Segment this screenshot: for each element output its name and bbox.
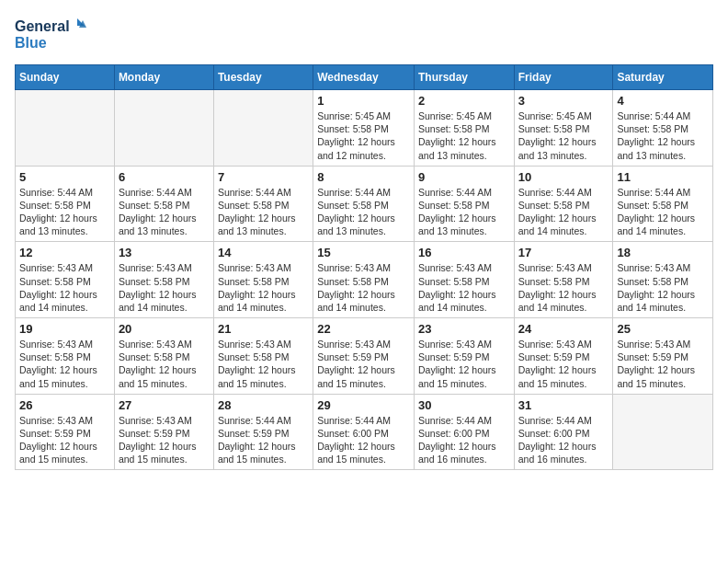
day-number: 8 [317,170,410,184]
weekday-header: Sunday [16,65,115,90]
day-number: 20 [119,322,210,336]
day-info: Sunrise: 5:43 AM Sunset: 5:58 PM Dayligh… [418,261,510,314]
calendar-cell [213,90,313,167]
day-number: 3 [518,94,609,108]
day-number: 13 [119,246,210,259]
day-info: Sunrise: 5:43 AM Sunset: 5:59 PM Dayligh… [518,338,609,390]
day-number: 27 [119,398,210,412]
weekday-header: Monday [114,65,213,90]
calendar-cell: 16Sunrise: 5:43 AM Sunset: 5:58 PM Dayli… [414,242,514,318]
day-number: 9 [418,170,510,184]
day-info: Sunrise: 5:44 AM Sunset: 5:58 PM Dayligh… [518,186,609,238]
weekday-header: Thursday [414,65,514,90]
day-info: Sunrise: 5:44 AM Sunset: 5:58 PM Dayligh… [317,186,410,238]
calendar-cell: 22Sunrise: 5:43 AM Sunset: 5:59 PM Dayli… [313,318,415,395]
weekday-header: Tuesday [213,65,313,90]
day-info: Sunrise: 5:43 AM Sunset: 5:58 PM Dayligh… [218,338,309,390]
day-number: 5 [19,170,110,184]
calendar-cell [114,90,213,167]
day-number: 28 [218,398,309,412]
weekday-header: Friday [514,65,613,90]
day-info: Sunrise: 5:43 AM Sunset: 5:59 PM Dayligh… [19,414,110,466]
calendar-cell: 3Sunrise: 5:45 AM Sunset: 5:58 PM Daylig… [514,90,613,167]
calendar-cell: 10Sunrise: 5:44 AM Sunset: 5:58 PM Dayli… [514,166,613,242]
day-number: 19 [19,322,110,336]
calendar-cell: 24Sunrise: 5:43 AM Sunset: 5:59 PM Dayli… [514,318,613,395]
day-info: Sunrise: 5:45 AM Sunset: 5:58 PM Dayligh… [418,109,510,162]
day-info: Sunrise: 5:43 AM Sunset: 5:59 PM Dayligh… [119,414,210,466]
day-number: 31 [518,398,609,412]
day-info: Sunrise: 5:44 AM Sunset: 5:58 PM Dayligh… [418,186,510,238]
calendar-cell [16,90,115,167]
calendar-cell: 19Sunrise: 5:43 AM Sunset: 5:58 PM Dayli… [16,318,115,395]
day-number: 10 [518,170,609,184]
calendar-cell: 25Sunrise: 5:43 AM Sunset: 5:59 PM Dayli… [613,318,713,395]
calendar-cell: 21Sunrise: 5:43 AM Sunset: 5:58 PM Dayli… [213,318,313,395]
weekday-header-row: SundayMondayTuesdayWednesdayThursdayFrid… [16,65,713,90]
day-info: Sunrise: 5:43 AM Sunset: 5:58 PM Dayligh… [518,261,609,314]
day-info: Sunrise: 5:43 AM Sunset: 5:58 PM Dayligh… [317,261,410,314]
calendar-cell: 5Sunrise: 5:44 AM Sunset: 5:58 PM Daylig… [16,166,115,242]
svg-text:General: General [15,18,70,34]
logo: General Blue [15,15,88,55]
day-info: Sunrise: 5:43 AM Sunset: 5:59 PM Dayligh… [317,338,410,390]
calendar-cell: 30Sunrise: 5:44 AM Sunset: 6:00 PM Dayli… [414,394,514,470]
calendar-cell [613,394,713,470]
weekday-header: Wednesday [313,65,415,90]
day-info: Sunrise: 5:43 AM Sunset: 5:59 PM Dayligh… [617,338,709,390]
day-info: Sunrise: 5:45 AM Sunset: 5:58 PM Dayligh… [518,109,609,162]
calendar-cell: 13Sunrise: 5:43 AM Sunset: 5:58 PM Dayli… [114,242,213,318]
day-number: 1 [317,94,410,108]
day-number: 11 [617,170,709,184]
day-number: 26 [19,398,110,412]
weekday-header: Saturday [613,65,713,90]
day-number: 15 [317,246,410,259]
day-number: 14 [218,246,309,259]
calendar-cell: 27Sunrise: 5:43 AM Sunset: 5:59 PM Dayli… [114,394,213,470]
day-info: Sunrise: 5:43 AM Sunset: 5:58 PM Dayligh… [19,338,110,390]
calendar-cell: 4Sunrise: 5:44 AM Sunset: 5:58 PM Daylig… [613,90,713,167]
calendar-cell: 23Sunrise: 5:43 AM Sunset: 5:59 PM Dayli… [414,318,514,395]
day-number: 21 [218,322,309,336]
calendar-cell: 26Sunrise: 5:43 AM Sunset: 5:59 PM Dayli… [16,394,115,470]
calendar-cell: 9Sunrise: 5:44 AM Sunset: 5:58 PM Daylig… [414,166,514,242]
calendar-week-row: 5Sunrise: 5:44 AM Sunset: 5:58 PM Daylig… [16,166,713,242]
calendar-cell: 7Sunrise: 5:44 AM Sunset: 5:58 PM Daylig… [213,166,313,242]
day-info: Sunrise: 5:43 AM Sunset: 5:58 PM Dayligh… [617,261,709,314]
calendar-cell: 17Sunrise: 5:43 AM Sunset: 5:58 PM Dayli… [514,242,613,318]
logo-svg: General Blue [15,15,88,55]
day-info: Sunrise: 5:45 AM Sunset: 5:58 PM Dayligh… [317,109,410,162]
day-info: Sunrise: 5:43 AM Sunset: 5:58 PM Dayligh… [119,261,210,314]
page-header: General Blue [15,15,713,55]
calendar-cell: 8Sunrise: 5:44 AM Sunset: 5:58 PM Daylig… [313,166,415,242]
day-number: 6 [119,170,210,184]
day-info: Sunrise: 5:43 AM Sunset: 5:58 PM Dayligh… [119,338,210,390]
calendar-cell: 1Sunrise: 5:45 AM Sunset: 5:58 PM Daylig… [313,90,415,167]
calendar-week-row: 26Sunrise: 5:43 AM Sunset: 5:59 PM Dayli… [16,394,713,470]
day-info: Sunrise: 5:44 AM Sunset: 5:58 PM Dayligh… [617,186,709,238]
day-number: 2 [418,94,510,108]
calendar-cell: 6Sunrise: 5:44 AM Sunset: 5:58 PM Daylig… [114,166,213,242]
day-number: 24 [518,322,609,336]
svg-text:Blue: Blue [15,35,47,51]
calendar-table: SundayMondayTuesdayWednesdayThursdayFrid… [15,64,713,470]
day-info: Sunrise: 5:44 AM Sunset: 5:58 PM Dayligh… [218,186,309,238]
calendar-week-row: 12Sunrise: 5:43 AM Sunset: 5:58 PM Dayli… [16,242,713,318]
day-number: 29 [317,398,410,412]
day-info: Sunrise: 5:43 AM Sunset: 5:59 PM Dayligh… [418,338,510,390]
calendar-week-row: 19Sunrise: 5:43 AM Sunset: 5:58 PM Dayli… [16,318,713,395]
calendar-week-row: 1Sunrise: 5:45 AM Sunset: 5:58 PM Daylig… [16,90,713,167]
day-info: Sunrise: 5:43 AM Sunset: 5:58 PM Dayligh… [218,261,309,314]
day-info: Sunrise: 5:44 AM Sunset: 6:00 PM Dayligh… [518,414,609,466]
day-info: Sunrise: 5:44 AM Sunset: 6:00 PM Dayligh… [418,414,510,466]
day-number: 16 [418,246,510,259]
calendar-cell: 11Sunrise: 5:44 AM Sunset: 5:58 PM Dayli… [613,166,713,242]
day-info: Sunrise: 5:44 AM Sunset: 5:58 PM Dayligh… [19,186,110,238]
day-number: 18 [617,246,709,259]
day-info: Sunrise: 5:44 AM Sunset: 6:00 PM Dayligh… [317,414,410,466]
calendar-cell: 14Sunrise: 5:43 AM Sunset: 5:58 PM Dayli… [213,242,313,318]
day-number: 22 [317,322,410,336]
calendar-cell: 28Sunrise: 5:44 AM Sunset: 5:59 PM Dayli… [213,394,313,470]
calendar-cell: 20Sunrise: 5:43 AM Sunset: 5:58 PM Dayli… [114,318,213,395]
day-number: 7 [218,170,309,184]
